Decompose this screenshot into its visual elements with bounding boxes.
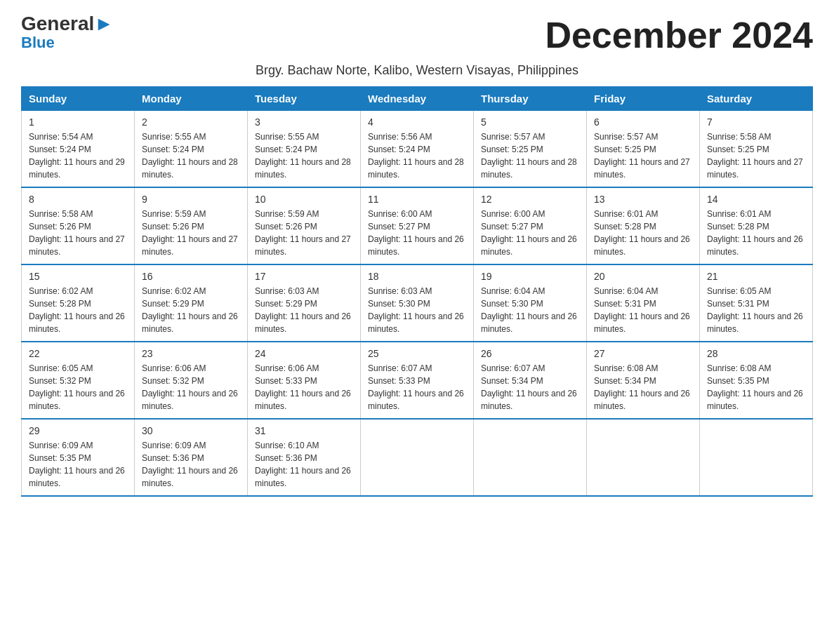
day-number: 2 xyxy=(142,116,240,128)
day-info: Sunrise: 5:59 AM Sunset: 5:26 PM Dayligh… xyxy=(255,208,353,258)
day-number: 10 xyxy=(255,194,353,205)
day-number: 21 xyxy=(707,271,805,282)
day-info: Sunrise: 6:07 AM Sunset: 5:34 PM Dayligh… xyxy=(481,362,579,412)
day-info: Sunrise: 5:57 AM Sunset: 5:25 PM Dayligh… xyxy=(594,130,692,181)
day-number: 1 xyxy=(29,116,127,128)
day-number: 7 xyxy=(707,116,805,128)
calendar-cell: 31 Sunrise: 6:10 AM Sunset: 5:36 PM Dayl… xyxy=(248,419,361,496)
day-info: Sunrise: 6:05 AM Sunset: 5:31 PM Dayligh… xyxy=(707,285,805,335)
day-info: Sunrise: 6:03 AM Sunset: 5:29 PM Dayligh… xyxy=(255,285,353,335)
day-number: 24 xyxy=(255,348,353,359)
calendar-cell: 4 Sunrise: 5:56 AM Sunset: 5:24 PM Dayli… xyxy=(361,111,474,188)
calendar-cell: 5 Sunrise: 5:57 AM Sunset: 5:25 PM Dayli… xyxy=(474,111,587,188)
calendar-cell: 25 Sunrise: 6:07 AM Sunset: 5:33 PM Dayl… xyxy=(361,342,474,419)
calendar-cell: 21 Sunrise: 6:05 AM Sunset: 5:31 PM Dayl… xyxy=(700,264,813,342)
calendar-cell: 15 Sunrise: 6:02 AM Sunset: 5:28 PM Dayl… xyxy=(22,264,135,342)
day-number: 3 xyxy=(255,116,353,128)
day-number: 13 xyxy=(594,194,692,205)
day-info: Sunrise: 6:08 AM Sunset: 5:35 PM Dayligh… xyxy=(707,362,805,412)
calendar-cell: 14 Sunrise: 6:01 AM Sunset: 5:28 PM Dayl… xyxy=(700,187,813,264)
day-number: 4 xyxy=(368,116,466,128)
day-info: Sunrise: 6:10 AM Sunset: 5:36 PM Dayligh… xyxy=(255,439,353,490)
calendar-cell: 28 Sunrise: 6:08 AM Sunset: 5:35 PM Dayl… xyxy=(700,342,813,419)
calendar-cell: 22 Sunrise: 6:05 AM Sunset: 5:32 PM Dayl… xyxy=(22,342,135,419)
calendar-cell: 17 Sunrise: 6:03 AM Sunset: 5:29 PM Dayl… xyxy=(248,264,361,342)
calendar-cell: 12 Sunrise: 6:00 AM Sunset: 5:27 PM Dayl… xyxy=(474,187,587,264)
day-header-sunday: Sunday xyxy=(22,87,135,111)
day-info: Sunrise: 5:55 AM Sunset: 5:24 PM Dayligh… xyxy=(255,130,353,181)
day-number: 11 xyxy=(368,194,466,205)
day-number: 20 xyxy=(594,271,692,282)
day-header-wednesday: Wednesday xyxy=(361,87,474,111)
month-title: December 2024 xyxy=(545,14,813,56)
logo-text-bottom: Blue xyxy=(21,35,55,51)
day-number: 27 xyxy=(594,348,692,359)
calendar-cell: 8 Sunrise: 5:58 AM Sunset: 5:26 PM Dayli… xyxy=(22,187,135,264)
day-header-friday: Friday xyxy=(587,87,700,111)
calendar-week-row: 15 Sunrise: 6:02 AM Sunset: 5:28 PM Dayl… xyxy=(22,264,813,342)
day-number: 8 xyxy=(29,194,127,205)
calendar-cell: 18 Sunrise: 6:03 AM Sunset: 5:30 PM Dayl… xyxy=(361,264,474,342)
day-header-monday: Monday xyxy=(135,87,248,111)
day-info: Sunrise: 6:00 AM Sunset: 5:27 PM Dayligh… xyxy=(368,208,466,258)
day-header-tuesday: Tuesday xyxy=(248,87,361,111)
day-info: Sunrise: 6:09 AM Sunset: 5:35 PM Dayligh… xyxy=(29,439,127,490)
day-info: Sunrise: 6:00 AM Sunset: 5:27 PM Dayligh… xyxy=(481,208,579,258)
calendar-cell: 6 Sunrise: 5:57 AM Sunset: 5:25 PM Dayli… xyxy=(587,111,700,188)
calendar-cell: 9 Sunrise: 5:59 AM Sunset: 5:26 PM Dayli… xyxy=(135,187,248,264)
calendar-header-row: SundayMondayTuesdayWednesdayThursdayFrid… xyxy=(22,87,813,111)
day-info: Sunrise: 6:01 AM Sunset: 5:28 PM Dayligh… xyxy=(707,208,805,258)
day-number: 17 xyxy=(255,271,353,282)
day-info: Sunrise: 6:02 AM Sunset: 5:28 PM Dayligh… xyxy=(29,285,127,335)
calendar-cell: 11 Sunrise: 6:00 AM Sunset: 5:27 PM Dayl… xyxy=(361,187,474,264)
day-number: 16 xyxy=(142,271,240,282)
day-number: 15 xyxy=(29,271,127,282)
calendar-cell: 10 Sunrise: 5:59 AM Sunset: 5:26 PM Dayl… xyxy=(248,187,361,264)
calendar-week-row: 1 Sunrise: 5:54 AM Sunset: 5:24 PM Dayli… xyxy=(22,111,813,188)
calendar-cell: 20 Sunrise: 6:04 AM Sunset: 5:31 PM Dayl… xyxy=(587,264,700,342)
day-header-thursday: Thursday xyxy=(474,87,587,111)
day-info: Sunrise: 5:57 AM Sunset: 5:25 PM Dayligh… xyxy=(481,130,579,181)
day-info: Sunrise: 6:02 AM Sunset: 5:29 PM Dayligh… xyxy=(142,285,240,335)
day-info: Sunrise: 6:04 AM Sunset: 5:30 PM Dayligh… xyxy=(481,285,579,335)
calendar-cell: 19 Sunrise: 6:04 AM Sunset: 5:30 PM Dayl… xyxy=(474,264,587,342)
day-info: Sunrise: 5:54 AM Sunset: 5:24 PM Dayligh… xyxy=(29,130,127,181)
day-number: 9 xyxy=(142,194,240,205)
calendar-week-row: 22 Sunrise: 6:05 AM Sunset: 5:32 PM Dayl… xyxy=(22,342,813,419)
day-info: Sunrise: 6:03 AM Sunset: 5:30 PM Dayligh… xyxy=(368,285,466,335)
calendar-cell: 23 Sunrise: 6:06 AM Sunset: 5:32 PM Dayl… xyxy=(135,342,248,419)
day-info: Sunrise: 5:55 AM Sunset: 5:24 PM Dayligh… xyxy=(142,130,240,181)
calendar-cell xyxy=(587,419,700,496)
calendar-cell: 27 Sunrise: 6:08 AM Sunset: 5:34 PM Dayl… xyxy=(587,342,700,419)
day-number: 6 xyxy=(594,116,692,128)
day-number: 30 xyxy=(142,425,240,436)
day-number: 18 xyxy=(368,271,466,282)
day-number: 12 xyxy=(481,194,579,205)
day-number: 26 xyxy=(481,348,579,359)
day-info: Sunrise: 6:07 AM Sunset: 5:33 PM Dayligh… xyxy=(368,362,466,412)
day-info: Sunrise: 6:08 AM Sunset: 5:34 PM Dayligh… xyxy=(594,362,692,412)
logo: General► Blue xyxy=(21,14,114,51)
calendar-week-row: 8 Sunrise: 5:58 AM Sunset: 5:26 PM Dayli… xyxy=(22,187,813,264)
day-info: Sunrise: 5:58 AM Sunset: 5:26 PM Dayligh… xyxy=(29,208,127,258)
day-info: Sunrise: 5:59 AM Sunset: 5:26 PM Dayligh… xyxy=(142,208,240,258)
day-number: 14 xyxy=(707,194,805,205)
day-info: Sunrise: 5:56 AM Sunset: 5:24 PM Dayligh… xyxy=(368,130,466,181)
day-info: Sunrise: 6:04 AM Sunset: 5:31 PM Dayligh… xyxy=(594,285,692,335)
day-info: Sunrise: 6:06 AM Sunset: 5:32 PM Dayligh… xyxy=(142,362,240,412)
calendar-cell: 3 Sunrise: 5:55 AM Sunset: 5:24 PM Dayli… xyxy=(248,111,361,188)
calendar-cell: 16 Sunrise: 6:02 AM Sunset: 5:29 PM Dayl… xyxy=(135,264,248,342)
day-info: Sunrise: 5:58 AM Sunset: 5:25 PM Dayligh… xyxy=(707,130,805,181)
calendar-cell: 26 Sunrise: 6:07 AM Sunset: 5:34 PM Dayl… xyxy=(474,342,587,419)
day-number: 5 xyxy=(481,116,579,128)
day-info: Sunrise: 6:05 AM Sunset: 5:32 PM Dayligh… xyxy=(29,362,127,412)
day-info: Sunrise: 6:09 AM Sunset: 5:36 PM Dayligh… xyxy=(142,439,240,490)
day-number: 22 xyxy=(29,348,127,359)
day-info: Sunrise: 6:01 AM Sunset: 5:28 PM Dayligh… xyxy=(594,208,692,258)
calendar-cell xyxy=(361,419,474,496)
calendar-cell xyxy=(700,419,813,496)
day-number: 19 xyxy=(481,271,579,282)
logo-text-top: General► xyxy=(21,14,114,34)
calendar-cell xyxy=(474,419,587,496)
calendar-cell: 24 Sunrise: 6:06 AM Sunset: 5:33 PM Dayl… xyxy=(248,342,361,419)
